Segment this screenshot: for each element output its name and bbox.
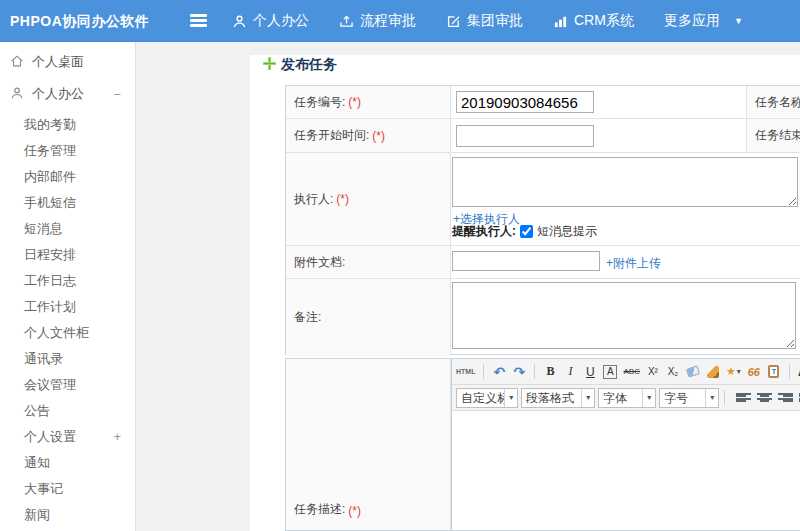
highlight-color-button[interactable]: A: [603, 365, 617, 379]
menu-toggle-icon[interactable]: [190, 14, 207, 27]
chevron-down-icon: ▾: [642, 389, 655, 407]
task-number-label: 任务编号:(*): [286, 86, 451, 118]
person-icon: [232, 14, 247, 29]
chevron-down-icon: ▾: [504, 389, 517, 407]
page-title: 发布任务: [281, 56, 337, 74]
sidebar-item-schedule[interactable]: 日程安排: [0, 242, 135, 268]
subscript-button[interactable]: X₂: [666, 363, 680, 381]
sidebar-item-short-message[interactable]: 短消息: [0, 216, 135, 242]
align-left-icon[interactable]: [736, 392, 751, 404]
workflow-icon: [339, 14, 354, 29]
editor-toolbar-row1: HTML ↶ ↷ B I U A ABC X² X₂ ★▾ 66 T A▾: [452, 359, 800, 385]
blockquote-button[interactable]: 66: [747, 363, 761, 381]
sidebar-item-work-plan[interactable]: 工作计划: [0, 294, 135, 320]
group-approval-icon: [446, 14, 461, 29]
alignment-buttons: [736, 392, 800, 404]
executor-row: 执行人:(*) +选择执行人 提醒执行人: 短消息提示: [286, 153, 800, 246]
description-row: 任务描述:(*) HTML ↶ ↷ B I U A ABC X² X₂ ★▾ 6…: [285, 358, 800, 531]
sidebar-item-personal-settings[interactable]: 个人设置 +: [0, 424, 135, 450]
italic-button[interactable]: I: [563, 363, 577, 381]
html-source-button[interactable]: HTML: [456, 363, 475, 381]
nav-crm-system[interactable]: CRM系统: [553, 12, 634, 30]
sidebar-item-memorabilia[interactable]: 大事记: [0, 476, 135, 502]
app-logo: PHPOA协同办公软件: [10, 0, 149, 42]
sidebar-item-task-management[interactable]: 任务管理: [0, 138, 135, 164]
person-icon: [10, 86, 24, 103]
required-mark: (*): [348, 504, 361, 518]
nav-group-approval[interactable]: 集团审批: [446, 12, 523, 30]
executor-label: 执行人:(*): [286, 153, 451, 245]
main-nav: 个人办公 流程审批 集团审批 CRM系统: [232, 0, 743, 42]
required-mark: (*): [348, 95, 361, 109]
sidebar-item-address-book[interactable]: 通讯录: [0, 346, 135, 372]
expand-icon[interactable]: +: [113, 424, 121, 450]
add-task-icon: [263, 57, 276, 70]
superscript-button[interactable]: X²: [646, 363, 660, 381]
task-start-time-row: 任务开始时间:(*) 任务结束时间:(*): [286, 119, 800, 153]
sidebar-item-work-log[interactable]: 工作日志: [0, 268, 135, 294]
eraser-icon[interactable]: [686, 363, 700, 381]
task-number-row: 任务编号:(*) 任务名称:(*): [286, 86, 800, 119]
collapse-icon[interactable]: −: [113, 87, 121, 102]
required-mark: (*): [336, 192, 349, 206]
sidebar-item-news[interactable]: 新闻: [0, 502, 135, 528]
align-right-icon[interactable]: [778, 392, 793, 404]
sidebar: 个人桌面 个人办公 − 我的考勤 任务管理 内部邮件 手机短信 短消息 日程安排…: [0, 42, 136, 531]
sidebar-item-internal-mail[interactable]: 内部邮件: [0, 164, 135, 190]
magic-format-icon[interactable]: ★▾: [726, 363, 741, 381]
executor-textarea[interactable]: [452, 157, 798, 207]
bold-button[interactable]: B: [543, 363, 557, 381]
sidebar-submenu: 我的考勤 任务管理 内部邮件 手机短信 短消息 日程安排 工作日志 工作计划 个…: [0, 112, 135, 531]
redo-icon[interactable]: ↷: [512, 363, 526, 381]
remind-executor-label: 提醒执行人:: [452, 223, 516, 240]
remark-textarea[interactable]: [452, 282, 796, 349]
sidebar-item-personal-office[interactable]: 个人办公 −: [0, 78, 135, 110]
chevron-down-icon: ▾: [581, 389, 594, 407]
home-icon: [10, 54, 24, 71]
publish-task-form: 任务编号:(*) 任务名称:(*) 任务开始时间:(*) 任务结束时间:(*) …: [285, 85, 800, 355]
sms-remind-label: 短消息提示: [537, 223, 597, 240]
format-brush-icon[interactable]: [706, 363, 720, 381]
remark-row: 备注:: [286, 279, 800, 356]
nav-workflow-approval[interactable]: 流程审批: [339, 12, 416, 30]
task-start-time-label: 任务开始时间:(*): [286, 119, 451, 152]
attachment-label: 附件文档:: [286, 246, 451, 278]
nav-more-apps[interactable]: 更多应用 ▼: [664, 12, 743, 30]
font-size-select[interactable]: 字号 ▾: [659, 388, 719, 408]
strikethrough-button[interactable]: ABC: [623, 363, 639, 381]
underline-button[interactable]: U: [583, 363, 597, 381]
task-description-label: 任务描述:(*): [286, 359, 451, 530]
task-end-time-label: 任务结束时间:(*): [746, 119, 800, 152]
attachment-row: 附件文档: +附件上传: [286, 246, 800, 279]
remind-executor-group: 提醒执行人: 短消息提示: [452, 223, 597, 240]
nav-personal-office[interactable]: 个人办公: [232, 12, 309, 30]
required-mark: (*): [372, 129, 385, 143]
sidebar-item-meeting-management[interactable]: 会议管理: [0, 372, 135, 398]
sidebar-item-personal-desktop[interactable]: 个人桌面: [0, 46, 135, 78]
top-header: PHPOA协同办公软件 个人办公 流程审批: [0, 0, 800, 42]
task-number-input[interactable]: [456, 91, 594, 113]
chevron-down-icon: ▾: [705, 389, 718, 407]
task-start-time-input[interactable]: [456, 125, 594, 147]
bar-chart-icon: [553, 14, 568, 29]
sms-remind-checkbox[interactable]: [520, 225, 533, 238]
paste-as-text-icon[interactable]: T: [767, 363, 781, 381]
sidebar-item-mobile-sms[interactable]: 手机短信: [0, 190, 135, 216]
sidebar-item-my-attendance[interactable]: 我的考勤: [0, 112, 135, 138]
task-description-editor-area[interactable]: [452, 412, 800, 530]
task-name-label: 任务名称:(*): [746, 86, 800, 118]
font-family-select[interactable]: 字体 ▾: [598, 388, 656, 408]
rich-text-editor: HTML ↶ ↷ B I U A ABC X² X₂ ★▾ 66 T A▾: [451, 359, 800, 530]
paragraph-format-select[interactable]: 段落格式 ▾: [521, 388, 595, 408]
remark-label: 备注:: [286, 279, 451, 356]
undo-icon[interactable]: ↶: [492, 363, 506, 381]
attachment-upload-link[interactable]: +附件上传: [606, 255, 661, 272]
custom-heading-select[interactable]: 自定义标题 ▾: [456, 388, 518, 408]
sidebar-item-announcement[interactable]: 公告: [0, 398, 135, 424]
editor-toolbar-row2: 自定义标题 ▾ 段落格式 ▾ 字体 ▾ 字号 ▾: [452, 385, 800, 411]
attachment-input[interactable]: [452, 251, 600, 271]
sidebar-item-notice[interactable]: 通知: [0, 450, 135, 476]
align-center-icon[interactable]: [757, 392, 772, 404]
sidebar-item-personal-file-cabinet[interactable]: 个人文件柜: [0, 320, 135, 346]
caret-down-icon: ▼: [734, 16, 743, 26]
